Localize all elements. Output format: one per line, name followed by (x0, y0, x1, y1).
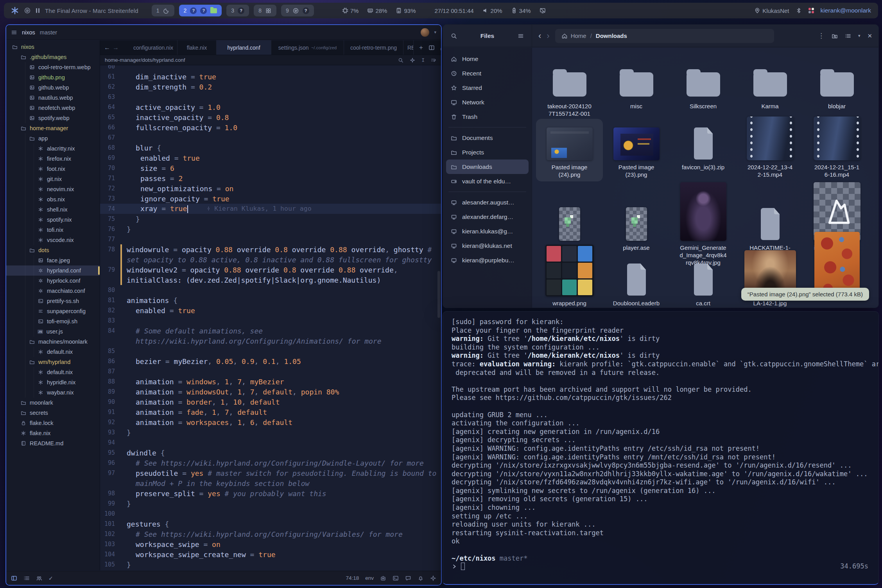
workspace-pill-8[interactable]: 8 (254, 5, 276, 16)
sidebar-item-alesander-august-[interactable]: alesander.august… (446, 195, 529, 210)
now-playing[interactable]: The Final Arrow - Marc Streitenfeld (45, 7, 138, 14)
code-line-wrap[interactable]: set opacity to 0.88 active, 0.8 inactive… (100, 255, 441, 265)
tree-item-secrets[interactable]: secrets (6, 408, 100, 418)
code-line-93[interactable]: 93} (100, 427, 441, 437)
code-line-99[interactable]: 99} (100, 498, 441, 509)
tree-item-machines/moonlark[interactable]: machines/moonlark (6, 337, 100, 347)
grid-item-wrapped.png[interactable]: wrapped.png (536, 248, 603, 308)
tree-item-alacritty.nix[interactable]: alacritty.nix (6, 143, 100, 154)
sidebar-item-starred[interactable]: Starred (446, 81, 529, 95)
screen-idle-icon[interactable] (540, 7, 546, 14)
tree-item-obs.nix[interactable]: obs.nix (6, 194, 100, 204)
tree-item-cool-retro-term.webp[interactable]: cool-retro-term.webp (6, 62, 100, 72)
tree-item-flake.lock[interactable]: flake.lock (6, 418, 100, 428)
outline-panel-icon[interactable] (23, 575, 30, 581)
sidebar-item-network[interactable]: Network (446, 95, 529, 109)
chevron-down-icon[interactable]: ▾ (434, 30, 436, 35)
tree-item-hyprland.conf[interactable]: hyprland.conf (6, 265, 100, 276)
soft-wrap-icon[interactable] (431, 57, 436, 63)
code-line-102[interactable]: 102# See https://wiki.hyprland.org/Confi… (100, 529, 441, 539)
tab-settings.json[interactable]: settings.json~/.config/zed (271, 40, 344, 55)
forward-button[interactable]: › (547, 32, 549, 40)
code-line-wrap[interactable]: initialClass: (dev.zed.Zed|spotify|Slack… (100, 275, 441, 285)
code-line-78[interactable]: 78windowrule = opacity 0.88 override 0.8… (100, 244, 441, 255)
code-line-72[interactable]: 72new_optimizations = on (100, 183, 441, 194)
sidebar-item-kieran-klukas-net[interactable]: kieran@klukas.net (446, 238, 529, 253)
grid-item-2024-12-22_13-4[interactable]: 2024-12-22_13-42-15.mp4 (737, 119, 803, 181)
grid-item-blobjar[interactable]: blobjar (803, 59, 870, 120)
code-line-75[interactable]: 75} (100, 214, 441, 224)
bluetooth-icon[interactable] (796, 7, 802, 14)
pause-icon[interactable] (36, 8, 39, 13)
sidebar-item-recent[interactable]: Recent (446, 66, 529, 81)
tree-item-tofi-emoji.sh[interactable]: tofi-emoji.sh (6, 316, 100, 326)
grid-item-misc[interactable]: misc (603, 59, 670, 120)
close-window-icon[interactable]: ✕ (867, 32, 872, 39)
tree-item-wm/hyprland[interactable]: wm/hyprland (6, 357, 100, 367)
workspace-pill-9[interactable]: 9? (281, 5, 314, 16)
grid-item-takeout-2024120[interactable]: takeout-20241207T155714Z-001 (536, 59, 603, 120)
sidebar-item-kieran-klukas-g-[interactable]: kieran.klukas@g… (446, 224, 529, 238)
path-bar[interactable]: Home / Downloads (555, 29, 774, 43)
grid-item-DoubloonLeaderb[interactable]: DoubloonLeaderboard.csv (603, 248, 670, 308)
tree-item-foot.nix[interactable]: foot.nix (6, 164, 100, 174)
tree-item-github.webp[interactable]: github.webp (6, 82, 100, 93)
workspace-pill-3[interactable]: 3? (226, 5, 249, 16)
tree-item-github.png[interactable]: github.png (6, 72, 100, 82)
code-line-96[interactable]: 96# See https://wiki.hyprland.org/Config… (100, 458, 441, 468)
copilot-icon[interactable] (380, 575, 386, 581)
tree-item-moonlark[interactable]: moonlark (6, 398, 100, 408)
code-line-91[interactable]: 91animation = fade, 1, 7, default (100, 407, 441, 417)
git-branch[interactable]: master (40, 29, 57, 36)
tree-item-waybar.nix[interactable]: waybar.nix (6, 387, 100, 398)
code-line-61[interactable]: 61dim_inactive = true (100, 72, 441, 82)
sidebar-item-vault-of-the-eldu-[interactable]: vault of the eldu… (446, 174, 529, 188)
code-line-77[interactable]: 77 (100, 234, 441, 244)
tree-item-hyprlock.conf[interactable]: hyprlock.conf (6, 276, 100, 286)
tree-item-hypridle.nix[interactable]: hypridle.nix (6, 377, 100, 387)
code-line-63[interactable]: 63 (100, 92, 441, 102)
code-line-86[interactable]: 86bezier = myBezier, 0.05, 0.9, 0.1, 1.0… (100, 356, 441, 366)
env-label[interactable]: env (365, 575, 374, 581)
terminal-prompt[interactable]: 34.695s (452, 563, 870, 570)
code-line-80[interactable]: 80 (100, 285, 441, 295)
tree-item-app[interactable]: app (6, 133, 100, 143)
sidebar-item-projects[interactable]: Projects (446, 145, 529, 160)
split-pane-icon[interactable] (428, 45, 435, 51)
code-line-95[interactable]: 95dwindle { (100, 448, 441, 458)
back-button[interactable]: ‹ (538, 32, 541, 40)
code-line-90[interactable]: 90animation = border, 1, 10, default (100, 397, 441, 407)
tree-item-default.nix[interactable]: default.nix (6, 367, 100, 377)
inline-assist-icon[interactable]: I (421, 57, 425, 63)
code-line-84[interactable]: 84# Some default animations, see (100, 326, 441, 336)
assist-icon[interactable] (410, 57, 415, 63)
tree-item-git.nix[interactable]: git.nix (6, 174, 100, 184)
tree-item-shell.nix[interactable]: shell.nix (6, 204, 100, 215)
code-line-64[interactable]: 64active_opacity = 1.0 (100, 102, 441, 112)
view-toggle-icon[interactable] (845, 33, 851, 39)
code-line-73[interactable]: 73ignore_opacity = true (100, 194, 441, 204)
volume-stat[interactable]: 20% (482, 7, 502, 14)
buffer-search-icon[interactable] (398, 57, 403, 63)
tree-item-neovim.nix[interactable]: neovim.nix (6, 184, 100, 194)
maximize-icon[interactable] (440, 45, 442, 51)
project-panel-toggle-icon[interactable] (11, 575, 17, 581)
code-line-85[interactable]: 85 (100, 346, 441, 356)
code-line-71[interactable]: 71passes = 2 (100, 173, 441, 183)
code-line-wrap[interactable]: mainMod + P in the keybinds section belo… (100, 478, 441, 488)
code-line-98[interactable]: 98preserve_split = yes # you probably wa… (100, 488, 441, 498)
code-line-66[interactable]: 66fullscreen_opacity = 1.0 (100, 122, 441, 133)
notifications-bell-icon[interactable] (418, 575, 424, 581)
tree-item-face.jpeg[interactable]: face.jpeg (6, 255, 100, 265)
code-line-68[interactable]: 68blur { (100, 143, 441, 153)
tree-item-README.md[interactable]: README.md (6, 438, 100, 448)
code-line-97[interactable]: 97pseudotile = yes # master switch for p… (100, 468, 441, 478)
clock[interactable]: 27/12 00:51:44 (434, 7, 473, 14)
grid-item-ca.crt[interactable]: ca.crt (670, 248, 737, 308)
tab-configuration.nix[interactable]: configuration.nix (123, 40, 177, 55)
assistant-sparkle-icon[interactable] (430, 575, 436, 581)
tab-cool-retro-term.png[interactable]: cool-retro-term.png (344, 40, 403, 55)
code-line-92[interactable]: 92animation = workspaces, 1, 6, default (100, 417, 441, 427)
tab-flake.nix[interactable]: flake.nix (177, 40, 217, 55)
chat-panel-icon[interactable] (405, 575, 411, 581)
